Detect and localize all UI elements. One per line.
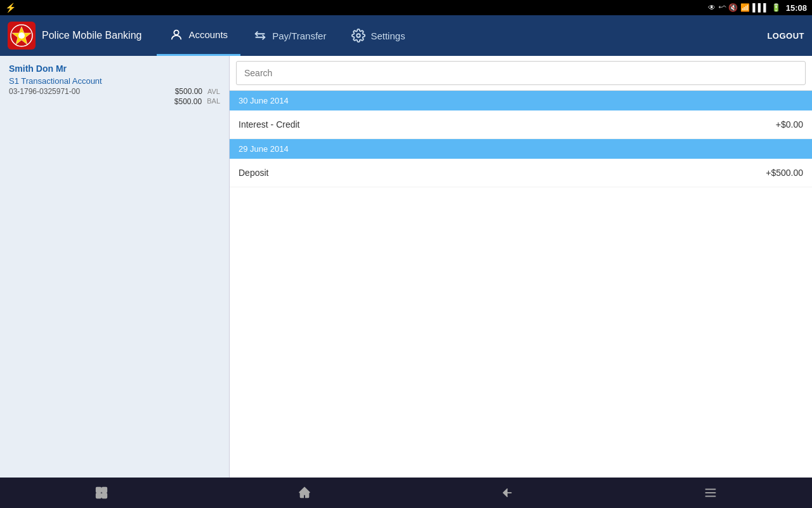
back-button[interactable] <box>482 478 533 508</box>
tab-settings[interactable]: Settings <box>339 15 417 56</box>
logout-button[interactable]: LOGOUT <box>767 31 804 41</box>
table-row[interactable]: Deposit +$500.00 <box>230 159 812 187</box>
menu-button[interactable] <box>685 478 736 508</box>
balance-label: BAL <box>207 97 220 106</box>
main-content: Smith Don Mr S1 Transactional Account 03… <box>0 56 812 478</box>
tab-pay-transfer-label: Pay/Transfer <box>272 30 326 41</box>
account-item[interactable]: Smith Don Mr S1 Transactional Account 03… <box>0 56 229 114</box>
search-container <box>230 56 812 91</box>
balance-info: $500.00 AVL <box>175 87 220 96</box>
app-title: Police Mobile Banking <box>42 30 141 41</box>
home-button[interactable] <box>279 478 330 508</box>
status-bar: ⚡ 👁 ⬿ 🔇 📶 ▌▌▌ 🔋 15:08 <box>0 0 812 15</box>
svg-rect-5 <box>96 488 101 492</box>
time-display: 15:08 <box>786 3 807 13</box>
tab-settings-label: Settings <box>370 30 405 41</box>
wifi-icon: 📶 <box>740 3 750 12</box>
date-header-2: 29 June 2014 <box>230 139 812 159</box>
tab-accounts[interactable]: Accounts <box>157 15 240 56</box>
bottom-bar <box>0 478 812 508</box>
available-label: AVL <box>207 88 220 95</box>
mute-icon: 🔇 <box>728 3 738 12</box>
account-number: 03-1796-0325971-00 <box>9 87 80 96</box>
svg-point-4 <box>357 34 361 37</box>
left-panel: Smith Don Mr S1 Transactional Account 03… <box>0 56 230 478</box>
search-input[interactable] <box>236 61 806 85</box>
app-logo <box>8 22 36 50</box>
account-name: S1 Transactional Account <box>9 76 220 86</box>
balance-amount: $500.00 <box>174 97 202 106</box>
status-bar-left: ⚡ <box>5 3 16 13</box>
table-row[interactable]: Interest - Credit +$0.00 <box>230 110 812 139</box>
usb-icon: ⚡ <box>5 3 16 13</box>
battery-icon: 🔋 <box>771 3 781 12</box>
svg-rect-8 <box>102 493 107 498</box>
tab-pay-transfer[interactable]: Pay/Transfer <box>240 15 339 56</box>
transaction-amount-1: +$0.00 <box>776 119 803 130</box>
nav-bar: Police Mobile Banking Accounts Pay/Trans… <box>0 15 812 56</box>
transaction-name-1: Interest - Credit <box>239 119 299 130</box>
bluetooth-icon: ⬿ <box>718 3 726 12</box>
transactions-list: 30 June 2014 Interest - Credit +$0.00 29… <box>230 91 812 478</box>
transaction-name-2: Deposit <box>239 168 268 178</box>
eye-icon: 👁 <box>708 3 716 12</box>
recent-apps-button[interactable] <box>76 478 127 508</box>
svg-rect-6 <box>102 488 107 492</box>
account-balance-row: 03-1796-0325971-00 $500.00 AVL <box>9 87 220 96</box>
signal-icon: ▌▌▌ <box>752 3 769 12</box>
svg-point-3 <box>174 30 179 34</box>
transaction-amount-2: +$500.00 <box>766 168 803 178</box>
status-bar-right: 👁 ⬿ 🔇 📶 ▌▌▌ 🔋 15:08 <box>708 3 807 13</box>
available-balance: $500.00 <box>175 87 202 96</box>
svg-rect-7 <box>96 493 101 498</box>
right-panel: 30 June 2014 Interest - Credit +$0.00 29… <box>230 56 812 478</box>
account-owner: Smith Don Mr <box>9 64 220 74</box>
svg-point-2 <box>18 32 25 39</box>
tab-accounts-label: Accounts <box>188 29 228 40</box>
date-header-1: 30 June 2014 <box>230 91 812 110</box>
